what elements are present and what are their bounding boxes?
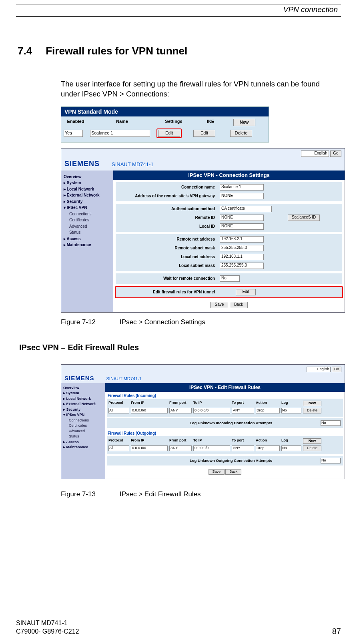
outgoing-title: Firewall Rules (Outgoing): [105, 429, 345, 436]
go-button[interactable]: Go: [332, 367, 341, 372]
nav-localnet[interactable]: ▸ Local Network: [63, 396, 104, 402]
nav-localnet[interactable]: ▸ Local Network: [64, 186, 112, 193]
intro-paragraph: The user interface for setting up the fi…: [61, 79, 333, 99]
page-number: 87: [332, 627, 341, 636]
gw-addr-input[interactable]: NONE: [220, 193, 264, 199]
nav-ipsec[interactable]: ▾ IPSec VPN: [63, 412, 104, 418]
nav-access[interactable]: ▸ Access: [63, 439, 104, 445]
hdr-to-port: To port: [232, 438, 254, 444]
local-id-label: Local ID: [116, 224, 220, 229]
ike-edit-button[interactable]: Edit: [193, 130, 215, 137]
go-button[interactable]: Go: [330, 150, 341, 157]
nav-system[interactable]: ▸ System: [64, 180, 112, 186]
incoming-table: Protocol From IP From port To IP To port…: [107, 399, 343, 417]
hdr-action: Action: [256, 401, 280, 406]
from-port-input[interactable]: ANY: [169, 408, 192, 413]
edit-fw-button[interactable]: Edit: [236, 289, 256, 295]
auth-label: Authentication method: [116, 207, 220, 211]
section-heading: 7.4 Firewall rules for VPN tunnel: [16, 45, 341, 57]
subheading: IPsec VPN – Edit Firewall Rules: [19, 343, 341, 352]
new-button[interactable]: New: [233, 119, 255, 126]
remote-mask-input[interactable]: 255.255.255.0: [220, 245, 264, 251]
back-button[interactable]: Back: [225, 469, 241, 475]
local-net-input[interactable]: 192.168.1.1: [220, 254, 264, 260]
delete-button[interactable]: Delete: [230, 130, 252, 137]
outgoing-table: Protocol From IP From port To IP To port…: [107, 436, 343, 454]
nav-certificates[interactable]: Certificates: [64, 217, 112, 223]
to-ip-input[interactable]: 0.0.0.0/0: [193, 408, 230, 413]
to-port-input[interactable]: ANY: [232, 445, 254, 451]
new-rule-button[interactable]: New: [303, 438, 321, 444]
hdr-from-ip: From IP: [131, 438, 168, 444]
panel-title: VPN Standard Mode: [61, 107, 269, 116]
from-ip-input[interactable]: 0.0.0.0/0: [131, 445, 168, 451]
action-select[interactable]: Drop: [256, 445, 280, 451]
hdr-log: Log: [281, 438, 301, 444]
remote-id-input[interactable]: NONE: [220, 215, 264, 221]
nav-maintenance[interactable]: ▸ Maintenance: [63, 445, 104, 450]
sidebar-nav: Overview ▸ System ▸ Local Network ▸ Exte…: [61, 383, 105, 479]
log-incoming-select[interactable]: No: [321, 420, 341, 426]
nav-ipsec[interactable]: ▾ IPSec VPN: [64, 205, 112, 211]
nav-security[interactable]: ▸ Security: [63, 407, 104, 413]
figure-number: Figure 7-13: [61, 490, 96, 498]
settings-edit-button[interactable]: Edit: [158, 130, 180, 137]
protocol-select[interactable]: All: [108, 408, 129, 413]
local-mask-input[interactable]: 255.255.255.0: [220, 263, 264, 269]
action-select[interactable]: Drop: [256, 408, 280, 413]
hdr-from-port: From port: [169, 438, 192, 444]
log-outgoing-select[interactable]: No: [321, 458, 341, 463]
outgoing-rule-row: All 0.0.0.0/0 ANY 0.0.0.0/0 ANY Drop No …: [108, 445, 341, 452]
protocol-select[interactable]: All: [108, 445, 129, 451]
wait-select[interactable]: No: [220, 275, 240, 282]
delete-rule-button[interactable]: Delete: [303, 445, 321, 451]
brand-subtitle: SINAUT MD741-1: [112, 161, 154, 167]
nav-extnet[interactable]: ▸ External Network: [64, 192, 112, 199]
from-ip-input[interactable]: 0.0.0.0/0: [131, 408, 168, 413]
nav-maintenance[interactable]: ▸ Maintenance: [64, 242, 112, 248]
remote-id-label: Remote ID: [116, 215, 220, 220]
footer-model: SINAUT MD741-1: [16, 619, 79, 628]
nav-advanced[interactable]: Advanced: [63, 429, 104, 434]
brand-subtitle: SINAUT MD741-1: [106, 376, 142, 381]
delete-rule-button[interactable]: Delete: [303, 408, 321, 413]
nav-extnet[interactable]: ▸ External Network: [63, 401, 104, 407]
new-rule-button[interactable]: New: [303, 401, 321, 406]
nav-certificates[interactable]: Certificates: [63, 423, 104, 429]
edit-fw-label: Edit firewall rules for VPN tunnel: [116, 290, 220, 294]
name-input[interactable]: Scalance 1: [90, 130, 150, 137]
local-id-input[interactable]: NONE: [220, 223, 264, 230]
enabled-select[interactable]: Yes: [64, 130, 83, 137]
nav-connections[interactable]: Connections: [64, 211, 112, 217]
nav-access[interactable]: ▸ Access: [64, 236, 112, 242]
log-select[interactable]: No: [281, 445, 301, 451]
language-select[interactable]: English: [301, 150, 329, 157]
nav-overview[interactable]: Overview: [64, 174, 112, 180]
col-name: Name: [90, 119, 154, 126]
hdr-action: Action: [256, 438, 280, 444]
nav-connections[interactable]: Connections: [63, 418, 104, 423]
incoming-rule-row: All 0.0.0.0/0 ANY 0.0.0.0/0 ANY Drop No …: [108, 407, 341, 414]
nav-advanced[interactable]: Advanced: [64, 223, 112, 230]
remote-net-input[interactable]: 192.168.2.1: [220, 236, 264, 243]
log-incoming-label: Log Unknown Incoming Connection Attempts: [109, 421, 321, 425]
conn-name-input[interactable]: Scalance 1: [220, 184, 264, 191]
save-button[interactable]: Save: [210, 302, 228, 308]
language-select[interactable]: English: [307, 367, 331, 372]
nav-system[interactable]: ▸ System: [63, 391, 104, 396]
scalances-id-button[interactable]: ScalanceS ID: [288, 215, 320, 221]
nav-status[interactable]: Status: [64, 229, 112, 236]
auth-select[interactable]: CA certificate: [220, 206, 272, 212]
to-port-input[interactable]: ANY: [232, 408, 254, 413]
back-button[interactable]: Back: [230, 302, 248, 308]
log-select[interactable]: No: [281, 408, 301, 413]
incoming-title: Firewall Rules (Incoming): [105, 392, 345, 399]
nav-security[interactable]: ▸ Security: [64, 199, 112, 205]
from-port-input[interactable]: ANY: [169, 445, 192, 451]
nav-overview[interactable]: Overview: [63, 385, 104, 391]
to-ip-input[interactable]: 0.0.0.0/0: [193, 445, 230, 451]
nav-status[interactable]: Status: [63, 434, 104, 439]
conn-name-label: Connection name: [116, 185, 220, 189]
save-button[interactable]: Save: [209, 469, 225, 475]
main-title: IPSec VPN - Edit Firewall Rules: [105, 383, 345, 392]
